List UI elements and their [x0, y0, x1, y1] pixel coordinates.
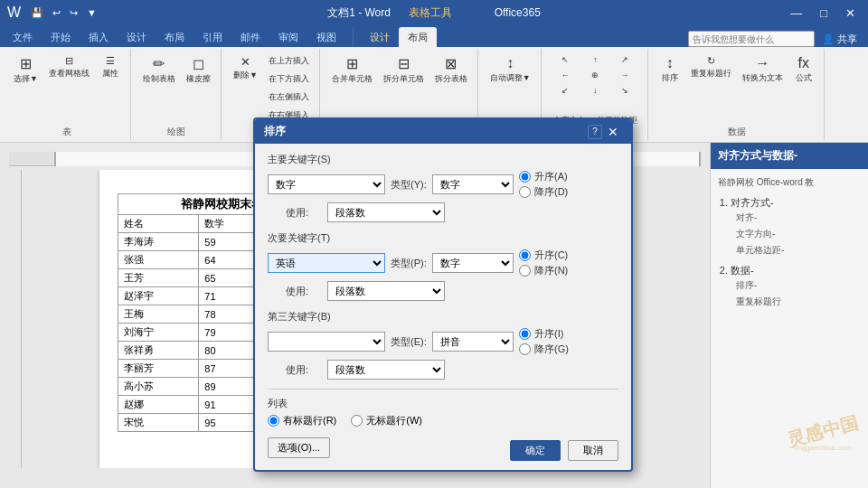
primary-order-radio: 升序(A) 降序(D) [519, 170, 568, 199]
align-bl-btn[interactable]: ↙ [551, 83, 580, 98]
align-mr-btn[interactable]: → [610, 68, 639, 82]
formula-btn[interactable]: fx公式 [789, 52, 818, 87]
right-panel-list: 对齐方式- 对齐-文字方向-单元格边距- 数据- 排序-重复标题行 [718, 196, 861, 310]
secondary-desc-radio[interactable] [519, 265, 531, 277]
primary-use-select[interactable]: 段落数 域1 [327, 202, 445, 222]
dialog-buttons: 确定 取消 [510, 440, 618, 461]
dialog-help-btn[interactable]: ? [588, 125, 602, 139]
tertiary-order-radio: 升序(I) 降序(G) [519, 327, 569, 356]
tertiary-key-field[interactable]: 姓名 [268, 332, 385, 352]
delete-btn[interactable]: ✕删除▼ [229, 52, 262, 84]
primary-desc-radio[interactable] [519, 186, 531, 198]
item1-label: 对齐方式- [731, 197, 774, 208]
tab-start[interactable]: 开始 [42, 27, 80, 47]
secondary-use-label: 使用: [286, 285, 322, 298]
eraser-btn[interactable]: ◻橡皮擦 [182, 52, 215, 88]
ribbon-tabs: 文件 开始 插入 设计 布局 引用 邮件 审阅 视图 设计 布局 👤 共享 [0, 25, 868, 47]
secondary-key-field[interactable]: 英语 姓名 数学 语文 [268, 253, 385, 273]
group-draw: ✏绘制表格 ◻橡皮擦 绘图 [133, 49, 222, 140]
align-bc-btn[interactable]: ↓ [580, 83, 609, 98]
maximize-btn[interactable]: □ [815, 5, 833, 22]
office365-label: Office365 [495, 6, 541, 19]
tab-table-layout[interactable]: 布局 [399, 27, 437, 47]
auto-fit-btn[interactable]: ↕自动调整▼ [486, 52, 535, 87]
primary-key-section: 主要关键字(S) 数字 姓名 数学 语文 类型(Y): 数字 文字 日期 拼音 … [268, 153, 618, 222]
primary-type-select[interactable]: 数字 文字 日期 拼音 [432, 174, 514, 194]
quick-undo-btn[interactable]: ↩ [50, 6, 63, 20]
quick-more-btn[interactable]: ▼ [84, 6, 99, 19]
secondary-order-radio: 升序(C) 降序(N) [519, 249, 568, 277]
primary-asc-radio[interactable] [519, 171, 531, 183]
insert-above-btn[interactable]: 在上方插入 [264, 52, 314, 70]
tertiary-use-select[interactable]: 段落数 [327, 360, 445, 380]
list-item-2: 数据- 排序-重复标题行 [731, 264, 861, 310]
has-header-radio[interactable] [268, 415, 279, 427]
split-cells-btn[interactable]: ⊟拆分单元格 [379, 52, 429, 88]
right-panel-subtitle: 裕静网校 Office-word 教 [718, 176, 861, 189]
draw-table-btn[interactable]: ✏绘制表格 [138, 52, 180, 88]
secondary-type-select[interactable]: 数字 文字 日期 拼音 [432, 253, 514, 273]
right-panel: 对齐方式与数据- 裕静网校 Office-word 教 对齐方式- 对齐-文字方… [710, 143, 868, 488]
tertiary-type-label: 类型(E): [391, 335, 427, 349]
secondary-type-label: 类型(P): [391, 257, 427, 270]
quick-redo-btn[interactable]: ↪ [67, 6, 80, 20]
no-header-radio[interactable] [351, 415, 363, 427]
dialog-body: 主要关键字(S) 数字 姓名 数学 语文 类型(Y): 数字 文字 日期 拼音 … [255, 144, 631, 470]
align-tl-btn[interactable]: ↖ [551, 52, 580, 67]
props-btn[interactable]: ☰属性 [96, 52, 125, 82]
minimize-btn[interactable]: — [785, 5, 807, 22]
tab-design[interactable]: 设计 [118, 27, 156, 47]
merge-cells-btn[interactable]: ⊞合并单元格 [327, 52, 377, 88]
list-section-label: 列表 [268, 397, 618, 410]
group-draw-label: 绘图 [133, 126, 221, 138]
tab-layout[interactable]: 布局 [156, 27, 193, 47]
insert-below-btn[interactable]: 在下方插入 [264, 70, 314, 88]
tab-mail[interactable]: 邮件 [231, 27, 269, 47]
insert-left-btn[interactable]: 在左侧插入 [264, 89, 314, 106]
primary-use-row: 使用: 段落数 域1 [286, 202, 618, 222]
tertiary-asc-radio[interactable] [519, 328, 531, 340]
tertiary-key-row: 姓名 类型(E): 拼音 数字 文字 日期 升序(I) 降序(G) [268, 327, 618, 356]
tab-ref[interactable]: 引用 [193, 27, 231, 47]
repeat-header-btn[interactable]: ↻重复标题行 [686, 52, 736, 82]
primary-key-label: 主要关键字(S) [268, 153, 618, 166]
close-btn[interactable]: ✕ [840, 5, 861, 22]
group-table-label: 表 [4, 126, 130, 138]
align-tc-btn[interactable]: ↑ [580, 52, 609, 67]
tertiary-key-label: 第三关键字(B) [268, 310, 618, 324]
tab-file[interactable]: 文件 [4, 27, 42, 47]
secondary-use-row: 使用: 段落数 [286, 281, 618, 301]
tab-review[interactable]: 审阅 [269, 27, 307, 47]
share-btn[interactable]: 👤 共享 [822, 33, 857, 46]
align-ml-btn[interactable]: ← [551, 68, 580, 82]
quick-save-btn[interactable]: 💾 [28, 6, 46, 20]
list-radio-group: 有标题行(R) 无标题行(W) [268, 414, 618, 427]
title-bar-center: 文档1 - Word 表格工具 Office365 [292, 5, 577, 21]
gridlines-btn[interactable]: ⊟查看网格线 [44, 52, 94, 82]
ok-btn[interactable]: 确定 [510, 440, 561, 461]
search-input[interactable] [688, 31, 815, 47]
cancel-btn[interactable]: 取消 [568, 440, 618, 461]
word-icon: W [7, 5, 21, 21]
dialog-close-btn[interactable]: ✕ [604, 125, 622, 139]
tab-insert[interactable]: 插入 [80, 27, 118, 47]
options-btn[interactable]: 选项(O)... [268, 437, 330, 458]
split-table-btn[interactable]: ⊠拆分表格 [430, 52, 472, 88]
tertiary-desc-radio[interactable] [519, 343, 531, 355]
tab-view[interactable]: 视图 [307, 27, 345, 47]
primary-key-field[interactable]: 数字 姓名 数学 语文 [268, 174, 385, 194]
tertiary-type-select[interactable]: 拼音 数字 文字 日期 [432, 332, 514, 352]
convert-text-btn[interactable]: →转换为文本 [738, 52, 788, 87]
tab-table-design[interactable]: 设计 [361, 27, 399, 47]
align-mc-btn[interactable]: ⊕ [580, 68, 609, 82]
title-bar-left: W 💾 ↩ ↪ ▼ [7, 5, 292, 21]
dialog-title: 排序 ? ✕ [255, 119, 631, 144]
group-table: ⊞选择▼ ⊟查看网格线 ☰属性 表 [4, 49, 131, 140]
align-tr-btn[interactable]: ↗ [610, 52, 639, 67]
secondary-asc-radio[interactable] [519, 249, 531, 261]
align-br-btn[interactable]: ↘ [610, 83, 639, 98]
select-btn[interactable]: ⊞选择▼ [9, 52, 42, 88]
sort-btn[interactable]: ↕排序 [656, 52, 684, 87]
right-panel-title: 对齐方式与数据- [718, 149, 797, 162]
secondary-use-select[interactable]: 段落数 [327, 281, 445, 301]
